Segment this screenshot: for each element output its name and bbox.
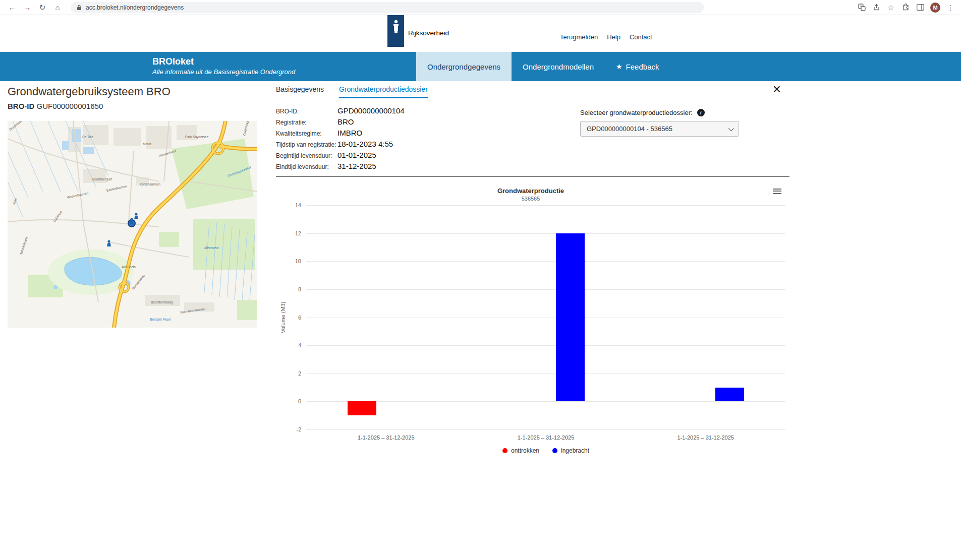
gridline — [306, 233, 785, 234]
address-bar[interactable]: acc.broloket.nl/ondergrondgegevens — [71, 2, 704, 13]
detail-label: Registratie: — [276, 119, 337, 126]
map[interactable]: Drachtster Heawei De Tike Morra Park Suy… — [8, 121, 257, 328]
nav-item-ondergrondgegevens[interactable]: Ondergrondgegevens — [416, 52, 512, 81]
rijksoverheid-logo: Rijksoverheid — [387, 15, 449, 47]
chart-subtitle: 536565 — [276, 196, 785, 202]
url-text: acc.broloket.nl/ondergrondgegevens — [86, 4, 184, 11]
dropdown-value: GPD000000000104 - 536565 — [587, 125, 672, 133]
gridline — [306, 205, 785, 206]
legend-label: onttrokken — [511, 447, 539, 454]
link-help[interactable]: Help — [607, 33, 620, 41]
brand-tagline: Alle informatie uit de Basisregistratie … — [152, 68, 295, 76]
home-icon[interactable]: ⌂ — [51, 2, 64, 14]
detail-label: Kwaliteitsregime: — [276, 130, 337, 137]
brand-title: BROloket — [152, 56, 295, 67]
chart-bar-ingebracht[interactable] — [715, 388, 744, 402]
nav-item-label: Ondergrondmodellen — [523, 63, 594, 71]
chart-bar-onttrokken[interactable] — [348, 401, 376, 415]
details-list: BRO-ID: GPD000000000104 Registratie: BRO… — [276, 106, 405, 173]
nav-item-label: Feedback — [626, 63, 659, 71]
nav-items: Ondergrondgegevens Ondergrondmodellen ★ … — [416, 52, 670, 81]
chart-bar-ingebracht[interactable] — [556, 233, 585, 402]
navbar: BROloket Alle informatie uit de Basisreg… — [0, 52, 961, 81]
x-category-label: 1-1-2025 – 31-12-2025 — [518, 434, 575, 441]
site-header: Rijksoverheid Terugmelden Help Contact — [0, 15, 961, 52]
map-water-label: Beetster Feart — [150, 318, 171, 321]
chevron-down-icon — [728, 125, 734, 131]
translate-icon[interactable] — [857, 3, 866, 12]
detail-value: 31-12-2025 — [337, 162, 376, 170]
link-contact[interactable]: Contact — [630, 33, 652, 41]
map-label: Morra — [143, 142, 151, 146]
legend-label: ingebracht — [561, 447, 589, 454]
y-tick-label: 14 — [295, 202, 301, 208]
chart-menu-icon[interactable] — [773, 187, 781, 195]
left-panel: Grondwatergebruiksysteem BRO BRO-ID GUF0… — [0, 81, 270, 328]
logo-ribbon — [387, 15, 404, 47]
tab-basisgegevens[interactable]: Basisgegevens — [276, 85, 324, 98]
y-axis-label: Volume (M3) — [280, 205, 286, 429]
legend-item-ingebracht[interactable]: ingebracht — [552, 447, 589, 454]
reload-icon[interactable]: ↻ — [36, 2, 48, 14]
dossier-dropdown[interactable]: GPD000000000104 - 536565 — [580, 121, 739, 137]
back-icon[interactable]: ← — [6, 2, 18, 14]
sidepanel-icon[interactable] — [916, 3, 925, 12]
y-tick-label: -2 — [296, 426, 301, 432]
y-tick-label: 8 — [298, 286, 301, 292]
detail-value: BRO — [337, 117, 354, 126]
legend-dot — [502, 448, 507, 453]
gridline — [306, 318, 785, 318]
kebab-menu-icon[interactable]: ⋮ — [946, 3, 955, 12]
map-label: Beetsterzwaag — [151, 300, 173, 304]
gridline — [306, 401, 785, 402]
share-icon[interactable] — [872, 3, 881, 12]
lock-icon — [77, 5, 82, 11]
detail-row: Begintijd levensduur: 01-01-2025 — [276, 151, 405, 162]
nav-item-ondergrondmodellen[interactable]: Ondergrondmodellen — [512, 52, 605, 81]
map-label: Park Suydersee — [185, 135, 208, 139]
detail-label: Eindtijd levensduur: — [276, 163, 337, 170]
gridline — [306, 374, 785, 374]
logo-emblem — [391, 19, 401, 34]
legend-item-onttrokken[interactable]: onttrokken — [502, 447, 539, 454]
bookmark-icon[interactable]: ☆ — [886, 3, 895, 12]
chart-plot: Volume (M3) 14121086420-21-1-2025 – 31-1… — [306, 205, 785, 429]
gridline — [306, 289, 785, 290]
detail-row: BRO-ID: GPD000000000104 — [276, 106, 405, 117]
extensions-icon[interactable] — [901, 3, 910, 12]
detail-value: GPD000000000104 — [337, 106, 405, 115]
divider — [276, 176, 789, 177]
detail-row: Kwaliteitsregime: IMBRO — [276, 129, 405, 140]
detail-row: Eindtijd levensduur: 31-12-2025 — [276, 162, 405, 173]
selector-label: Selecteer grondwaterproductiedossier: — [580, 109, 693, 116]
nav-item-label: Ondergrondgegevens — [427, 63, 500, 71]
detail-panel: Basisgegevens Grondwaterproductiedossier… — [270, 81, 792, 328]
detail-row: Tijdstip van registratie: 18-01-2023 4:5… — [276, 140, 405, 151]
tab-grondwaterproductiedossier[interactable]: Grondwaterproductiedossier — [339, 85, 428, 98]
map-water-label: Mearsleat — [204, 246, 219, 250]
detail-value: 18-01-2023 4:55 — [337, 140, 393, 148]
header-links: Terugmelden Help Contact — [560, 33, 652, 41]
forward-icon[interactable]: → — [21, 2, 33, 14]
bro-id-value: GUF000000001650 — [37, 102, 103, 110]
close-icon[interactable]: × — [773, 82, 781, 96]
y-tick-label: 4 — [298, 342, 301, 348]
link-terugmelden[interactable]: Terugmelden — [560, 33, 598, 41]
gridline — [306, 429, 785, 430]
nav-item-feedback[interactable]: ★ Feedback — [605, 52, 670, 81]
avatar[interactable]: M — [930, 3, 940, 13]
brand: BROloket Alle informatie uit de Basisreg… — [152, 56, 295, 76]
map-label: Ald Beets — [122, 265, 136, 269]
detail-label: BRO-ID: — [276, 108, 337, 115]
detail-label: Begintijd levensduur: — [276, 152, 337, 159]
info-icon[interactable]: i — [697, 109, 705, 116]
map-label: Boornbergum — [92, 177, 112, 181]
detail-label: Tijdstip van registratie: — [276, 141, 337, 148]
y-tick-label: 10 — [295, 258, 301, 264]
gridline — [306, 261, 785, 262]
detail-value: 01-01-2025 — [337, 151, 376, 159]
tabs: Basisgegevens Grondwaterproductiedossier — [276, 85, 428, 98]
y-tick-label: 12 — [295, 230, 301, 236]
detail-value: IMBRO — [337, 129, 362, 137]
y-tick-label: 2 — [298, 370, 301, 377]
